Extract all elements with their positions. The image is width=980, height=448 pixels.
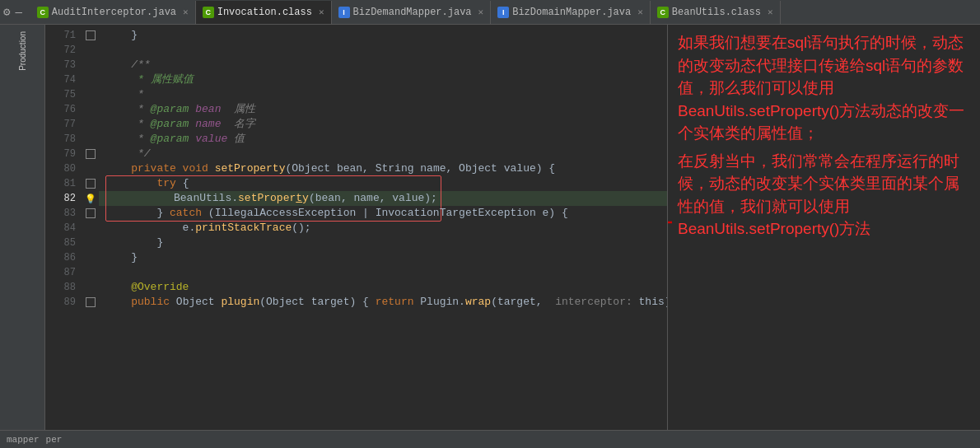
gutter-86 bbox=[82, 250, 99, 265]
code-line-71: } bbox=[99, 28, 667, 43]
code-line-85: } bbox=[99, 236, 667, 250]
code-line-75: * bbox=[99, 87, 667, 102]
gutter-78 bbox=[82, 132, 99, 147]
gutter-84 bbox=[82, 221, 99, 236]
tab-beanutils-label: BeanUtils.class bbox=[672, 7, 761, 18]
code-line-79: */ bbox=[99, 147, 667, 161]
gutter-75 bbox=[82, 87, 99, 102]
gutter-82: 💡 bbox=[82, 191, 99, 206]
status-bar: mapper per bbox=[0, 430, 980, 448]
tab-audit-label: AuditInterceptor.java bbox=[52, 7, 176, 18]
gutter-89 bbox=[82, 295, 99, 310]
ln-88: 88 bbox=[45, 280, 82, 295]
tab-audit-icon: C bbox=[37, 7, 49, 18]
ln-85: 85 bbox=[45, 236, 82, 250]
ln-77: 77 bbox=[45, 117, 82, 132]
sidebar: Production bbox=[0, 25, 45, 430]
tab-bizdomain[interactable]: I BizDomainMapper.java ✕ bbox=[491, 1, 651, 24]
code-line-80: private void setProperty(Object bean, St… bbox=[99, 161, 667, 176]
gutter-81 bbox=[82, 176, 99, 191]
tab-bizdomain-label: BizDomainMapper.java bbox=[512, 7, 631, 18]
annotation-text-2: 在反射当中，我们常常会在程序运行的时候，动态的改变某个实体类里面的某个属性的值，… bbox=[678, 150, 970, 240]
code-line-73: /** bbox=[99, 58, 667, 72]
gutter-71 bbox=[82, 28, 99, 43]
tab-bizdemand[interactable]: I BizDemandMapper.java ✕ bbox=[332, 1, 492, 24]
gutter-79 bbox=[82, 147, 99, 161]
gutter-74 bbox=[82, 72, 99, 87]
gutter-83 bbox=[82, 206, 99, 221]
tab-beanutils[interactable]: C BeanUtils.class ✕ bbox=[651, 1, 781, 24]
ln-76: 76 bbox=[45, 102, 82, 117]
code-line-84: e.printStackTrace(); bbox=[99, 221, 667, 236]
tab-invocation-icon: C bbox=[203, 7, 214, 18]
line-numbers: 71 72 73 74 75 76 77 78 79 80 81 82 83 8… bbox=[45, 25, 82, 430]
gutter-73 bbox=[82, 58, 99, 72]
code-line-89: public Object plugin(Object target) { re… bbox=[99, 295, 667, 310]
code-line-88: @Override bbox=[99, 280, 667, 295]
tab-invocation[interactable]: C Invocation.class ✕ bbox=[196, 1, 332, 24]
status-per: per bbox=[46, 435, 63, 445]
gutter-72 bbox=[82, 43, 99, 58]
annotation-panel: 如果我们想要在sql语句执行的时候，动态的改变动态代理接口传递给sql语句的参数… bbox=[667, 25, 980, 430]
tab-bar: ⚙ — C AuditInterceptor.java ✕ C Invocati… bbox=[0, 0, 980, 25]
ln-78: 78 bbox=[45, 132, 82, 147]
gutter-85 bbox=[82, 236, 99, 250]
gutter: 💡 bbox=[82, 25, 99, 430]
tab-beanutils-close[interactable]: ✕ bbox=[768, 7, 773, 17]
code-line-83: } catch (IllegalAccessException | Invoca… bbox=[99, 206, 667, 221]
gutter-80 bbox=[82, 161, 99, 176]
code-line-74: * 属性赋值 bbox=[99, 72, 667, 87]
status-mapper: mapper bbox=[7, 435, 40, 445]
ln-71: 71 bbox=[45, 28, 82, 43]
editor-area: 71 72 73 74 75 76 77 78 79 80 81 82 83 8… bbox=[45, 25, 667, 430]
ln-84: 84 bbox=[45, 221, 82, 236]
sidebar-label: Production bbox=[18, 31, 27, 71]
ln-89: 89 bbox=[45, 295, 82, 310]
ln-86: 86 bbox=[45, 250, 82, 265]
annotation-text-1: 如果我们想要在sql语句执行的时候，动态的改变动态代理接口传递给sql语句的参数… bbox=[678, 31, 970, 145]
code-line-72 bbox=[99, 43, 667, 58]
tab-audit[interactable]: C AuditInterceptor.java ✕ bbox=[30, 1, 196, 24]
tab-bizdemand-close[interactable]: ✕ bbox=[478, 7, 484, 17]
gutter-87 bbox=[82, 265, 99, 280]
ln-74: 74 bbox=[45, 72, 82, 87]
ln-81: 81 bbox=[45, 176, 82, 191]
code-content[interactable]: } /** * 属性赋值 * * @param bean 属性 * @param… bbox=[99, 25, 667, 430]
tab-invocation-close[interactable]: ✕ bbox=[319, 7, 324, 17]
main-area: Production 71 72 73 74 75 76 77 78 79 80… bbox=[0, 25, 980, 430]
tab-bizdemand-icon: I bbox=[338, 7, 350, 18]
ln-83: 83 bbox=[45, 206, 82, 221]
code-line-76: * @param bean 属性 bbox=[99, 102, 667, 117]
tab-beanutils-icon: C bbox=[657, 7, 669, 18]
code-line-77: * @param name 名字 bbox=[99, 117, 667, 132]
tab-bizdemand-label: BizDemandMapper.java bbox=[353, 7, 472, 18]
tab-bizdomain-icon: I bbox=[497, 7, 509, 18]
ln-87: 87 bbox=[45, 265, 82, 280]
ln-80: 80 bbox=[45, 161, 82, 176]
code-line-82: BeanUtils.setProperty(bean, name, value)… bbox=[99, 191, 667, 206]
code-line-87 bbox=[99, 265, 667, 280]
annotation-arrow bbox=[667, 206, 676, 239]
gutter-76 bbox=[82, 102, 99, 117]
ln-79: 79 bbox=[45, 147, 82, 161]
ln-72: 72 bbox=[45, 43, 82, 58]
settings-icon[interactable]: ⚙ bbox=[3, 5, 10, 19]
ln-75: 75 bbox=[45, 87, 82, 102]
ln-82: 82 bbox=[45, 191, 82, 206]
gutter-77 bbox=[82, 117, 99, 132]
tab-bizdomain-close[interactable]: ✕ bbox=[637, 7, 643, 17]
tab-audit-close[interactable]: ✕ bbox=[183, 7, 189, 17]
code-line-86: } bbox=[99, 250, 667, 265]
code-line-78: * @param value 值 bbox=[99, 132, 667, 147]
ln-73: 73 bbox=[45, 58, 82, 72]
minimize-icon[interactable]: — bbox=[15, 6, 21, 19]
gutter-88 bbox=[82, 280, 99, 295]
tab-invocation-label: Invocation.class bbox=[217, 7, 312, 18]
